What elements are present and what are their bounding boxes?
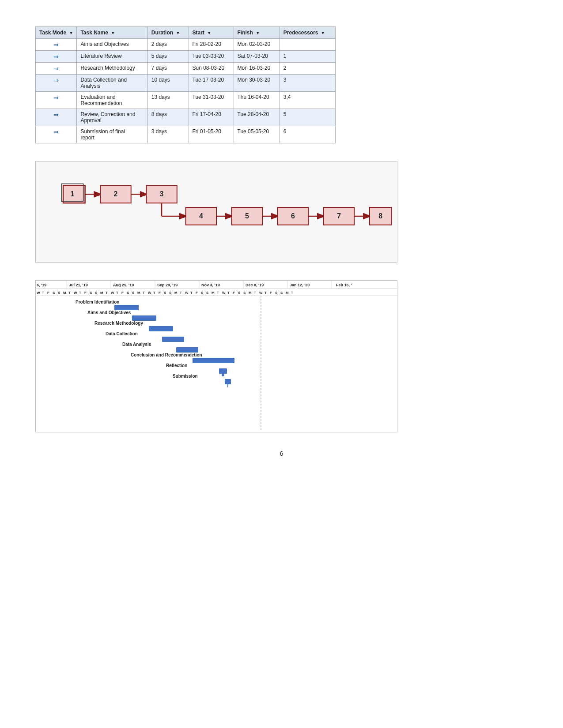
- task-mode-cell: ⇒: [36, 51, 77, 63]
- svg-text:T: T: [264, 291, 267, 295]
- svg-text:S: S: [201, 291, 204, 295]
- finish-cell: Mon 30-03-20: [234, 75, 280, 92]
- gantt-chart-section: 6, '19 Jul 21, '19 Aug 25, '19 Sep 29, '…: [35, 280, 397, 432]
- svg-text:T: T: [227, 291, 230, 295]
- col-header-duration: Duration ▼: [147, 27, 189, 39]
- start-cell: Tue 17-03-20: [189, 75, 234, 92]
- svg-text:1: 1: [70, 190, 74, 198]
- task-mode-icon: ⇒: [53, 41, 59, 48]
- finish-dropdown-icon[interactable]: ▼: [256, 31, 260, 35]
- start-cell: Fri 01-05-20: [189, 126, 234, 143]
- duration-cell: 13 days: [147, 92, 189, 109]
- task-mode-icon: ⇒: [53, 94, 59, 101]
- svg-text:T: T: [180, 291, 182, 295]
- task-mode-cell: ⇒: [36, 109, 77, 126]
- gantt-label-aims: Aims and Objectives: [87, 310, 131, 315]
- predecessors-cell: 3: [280, 75, 335, 92]
- task-mode-icon: ⇒: [53, 53, 59, 60]
- duration-cell: 3 days: [147, 126, 189, 143]
- svg-text:M: M: [137, 291, 140, 295]
- svg-text:S: S: [53, 291, 55, 295]
- svg-text:Sep 29, '19: Sep 29, '19: [157, 283, 178, 287]
- network-diagram-svg: 1 2 3 4 5 6 7 8: [36, 161, 397, 262]
- svg-text:T: T: [143, 291, 145, 295]
- svg-text:7: 7: [337, 212, 341, 220]
- task-mode-dropdown-icon[interactable]: ▼: [69, 31, 73, 35]
- svg-text:Jul 21, '19: Jul 21, '19: [69, 283, 88, 287]
- svg-text:M: M: [286, 291, 289, 295]
- duration-cell: 8 days: [147, 109, 189, 126]
- duration-dropdown-icon[interactable]: ▼: [176, 31, 180, 35]
- gantt-label-conclusion: Conclusion and Recommendetion: [131, 353, 202, 357]
- svg-text:W: W: [222, 291, 226, 295]
- svg-text:Feb 16, ': Feb 16, ': [336, 283, 352, 287]
- svg-text:Jan 12, '20: Jan 12, '20: [290, 283, 310, 287]
- svg-text:F: F: [233, 291, 235, 295]
- gantt-bar-dataana: [176, 347, 198, 353]
- task-mode-cell: ⇒: [36, 75, 77, 92]
- svg-text:T: T: [42, 291, 44, 295]
- svg-text:S: S: [280, 291, 283, 295]
- finish-cell: Mon 16-03-20: [234, 63, 280, 75]
- svg-text:4: 4: [199, 212, 203, 220]
- task-mode-cell: ⇒: [36, 63, 77, 75]
- task-name-dropdown-icon[interactable]: ▼: [111, 31, 115, 35]
- page-number: 6: [35, 450, 528, 457]
- gantt-chart-svg: 6, '19 Jul 21, '19 Aug 25, '19 Sep 29, '…: [36, 281, 397, 431]
- gantt-table: Task Mode ▼ Task Name ▼ Duration ▼ Start…: [35, 26, 336, 143]
- duration-cell: 10 days: [147, 75, 189, 92]
- svg-text:S: S: [90, 291, 92, 295]
- svg-text:S: S: [206, 291, 209, 295]
- svg-text:M: M: [174, 291, 178, 295]
- svg-text:T: T: [190, 291, 193, 295]
- predecessors-cell: 2: [280, 63, 335, 75]
- start-dropdown-icon[interactable]: ▼: [207, 31, 211, 35]
- duration-cell: 7 days: [147, 63, 189, 75]
- predecessors-cell: [280, 39, 335, 51]
- finish-cell: Tue 05-05-20: [234, 126, 280, 143]
- finish-cell: Mon 02-03-20: [234, 39, 280, 51]
- svg-text:S: S: [95, 291, 98, 295]
- svg-text:T: T: [116, 291, 118, 295]
- svg-text:T: T: [68, 291, 71, 295]
- task-mode-cell: ⇒: [36, 126, 77, 143]
- svg-text:M: M: [212, 291, 215, 295]
- finish-cell: Sat 07-03-20: [234, 51, 280, 63]
- predecessors-cell: 1: [280, 51, 335, 63]
- svg-text:S: S: [238, 291, 241, 295]
- svg-text:Nov 3, '19: Nov 3, '19: [201, 283, 220, 287]
- gantt-connector-reflection: [222, 374, 224, 376]
- gantt-label-research: Research Methodology: [94, 321, 143, 326]
- task-mode-icon: ⇒: [53, 77, 59, 84]
- svg-text:8: 8: [378, 212, 382, 220]
- start-cell: Tue 31-03-20: [189, 92, 234, 109]
- col-header-task-mode: Task Mode ▼: [36, 27, 77, 39]
- svg-text:T: T: [79, 291, 81, 295]
- col-header-finish: Finish ▼: [234, 27, 280, 39]
- svg-text:W: W: [185, 291, 189, 295]
- task-name-cell: Submission of final report: [77, 126, 147, 143]
- svg-text:M: M: [63, 291, 66, 295]
- gantt-label-reflection: Reflection: [166, 363, 187, 368]
- svg-text:Dec 8, '19: Dec 8, '19: [246, 283, 264, 287]
- finish-cell: Tue 28-04-20: [234, 109, 280, 126]
- task-mode-icon: ⇒: [53, 65, 59, 72]
- svg-text:2: 2: [114, 190, 118, 198]
- svg-text:T: T: [217, 291, 219, 295]
- col-header-task-name: Task Name ▼: [77, 27, 147, 39]
- svg-text:S: S: [164, 291, 166, 295]
- gantt-bar-datacol: [162, 337, 184, 342]
- svg-text:6, '19: 6, '19: [37, 283, 46, 287]
- gantt-label-dataana: Data Analysis: [122, 342, 151, 347]
- predecessors-dropdown-icon[interactable]: ▼: [321, 31, 325, 35]
- task-mode-cell: ⇒: [36, 39, 77, 51]
- svg-text:S: S: [127, 291, 129, 295]
- gantt-bar-submission: [225, 379, 231, 384]
- svg-text:W: W: [74, 291, 77, 295]
- gantt-bar-problem: [114, 305, 139, 310]
- predecessors-cell: 3,4: [280, 92, 335, 109]
- svg-text:S: S: [169, 291, 172, 295]
- gantt-bar-aims: [132, 315, 156, 321]
- svg-text:T: T: [254, 291, 256, 295]
- svg-text:T: T: [106, 291, 108, 295]
